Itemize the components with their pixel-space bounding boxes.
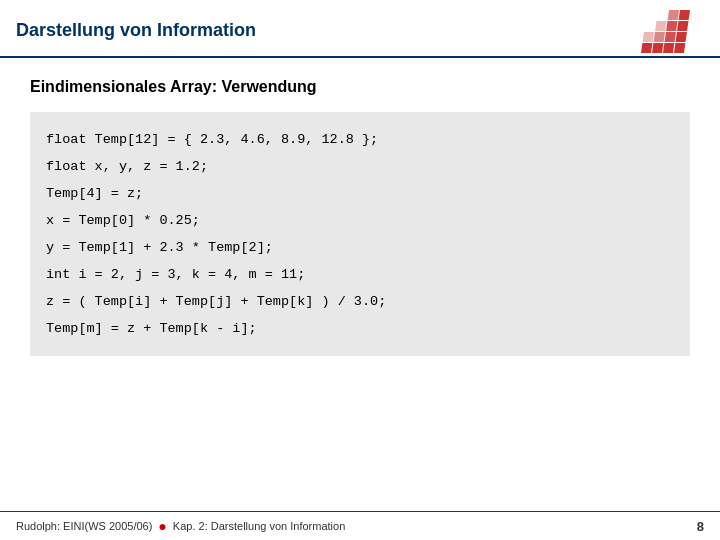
code-line-4: x = Temp[0] * 0.25; — [46, 207, 674, 234]
logo-cell — [641, 43, 652, 53]
logo-cell — [663, 43, 674, 53]
section-title: Eindimensionales Array: Verwendung — [30, 78, 690, 96]
code-line-6: int i = 2, j = 3, k = 4, m = 11; — [46, 261, 674, 288]
logo-cell — [665, 32, 676, 42]
logo-cell — [654, 32, 665, 42]
code-line-7: z = ( Temp[i] + Temp[j] + Temp[k] ) / 3.… — [46, 288, 674, 315]
footer-course: Rudolph: EINI(WS 2005/06) — [16, 520, 152, 532]
footer: Rudolph: EINI(WS 2005/06) ● Kap. 2: Dars… — [0, 511, 720, 540]
logo-cell — [652, 43, 663, 53]
code-block: float Temp[12] = { 2.3, 4.6, 8.9, 12.8 }… — [30, 112, 690, 356]
logo-cell — [668, 10, 679, 20]
logo-cell — [644, 21, 655, 31]
code-line-8: Temp[m] = z + Temp[k - i]; — [46, 315, 674, 342]
code-line-1: float Temp[12] = { 2.3, 4.6, 8.9, 12.8 }… — [46, 126, 674, 153]
main-content: Eindimensionales Array: Verwendung float… — [0, 58, 720, 372]
logo-cell — [679, 10, 690, 20]
footer-separator: ● — [158, 518, 166, 534]
footer-page-number: 8 — [697, 519, 704, 534]
logo-cell — [674, 43, 685, 53]
logo-cell — [657, 10, 668, 20]
logo-cell — [666, 21, 677, 31]
footer-left: Rudolph: EINI(WS 2005/06) ● Kap. 2: Dars… — [16, 518, 345, 534]
code-line-2: float x, y, z = 1.2; — [46, 153, 674, 180]
logo — [644, 10, 704, 50]
header: Darstellung von Information — [0, 0, 720, 58]
code-line-5: y = Temp[1] + 2.3 * Temp[2]; — [46, 234, 674, 261]
footer-chapter: Kap. 2: Darstellung von Information — [173, 520, 345, 532]
logo-grid — [641, 10, 707, 53]
logo-cell — [655, 21, 666, 31]
code-line-3: Temp[4] = z; — [46, 180, 674, 207]
page-title: Darstellung von Information — [16, 20, 256, 41]
logo-cell — [646, 10, 657, 20]
logo-cell — [677, 21, 688, 31]
logo-cell — [676, 32, 687, 42]
logo-cell — [643, 32, 654, 42]
